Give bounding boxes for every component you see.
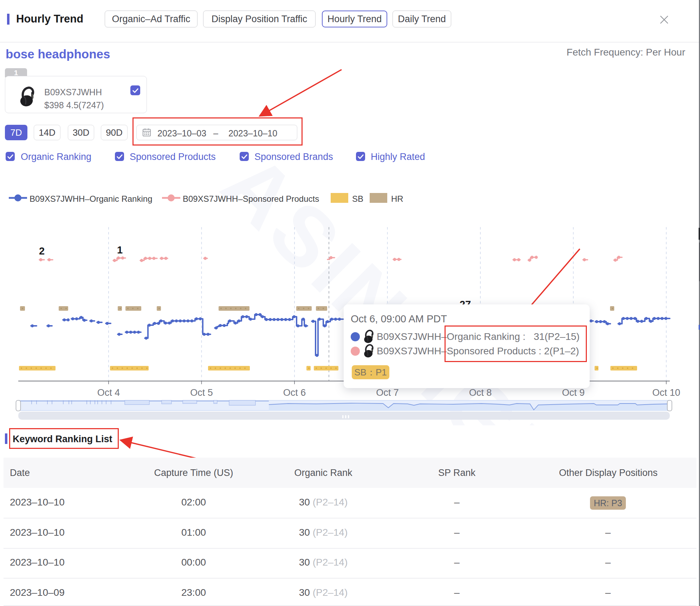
svg-text:Oct 8: Oct 8 xyxy=(469,387,492,398)
svg-text:2: 2 xyxy=(39,245,45,257)
svg-text:Oct 5: Oct 5 xyxy=(190,387,213,398)
svg-text:Oct 7: Oct 7 xyxy=(376,387,399,398)
svg-text:Oct 6: Oct 6 xyxy=(283,387,306,398)
svg-text:1: 1 xyxy=(117,244,123,256)
svg-text:Oct 9: Oct 9 xyxy=(562,387,585,398)
svg-text:Oct 4: Oct 4 xyxy=(97,387,120,398)
svg-text:Oct 10: Oct 10 xyxy=(652,387,680,398)
